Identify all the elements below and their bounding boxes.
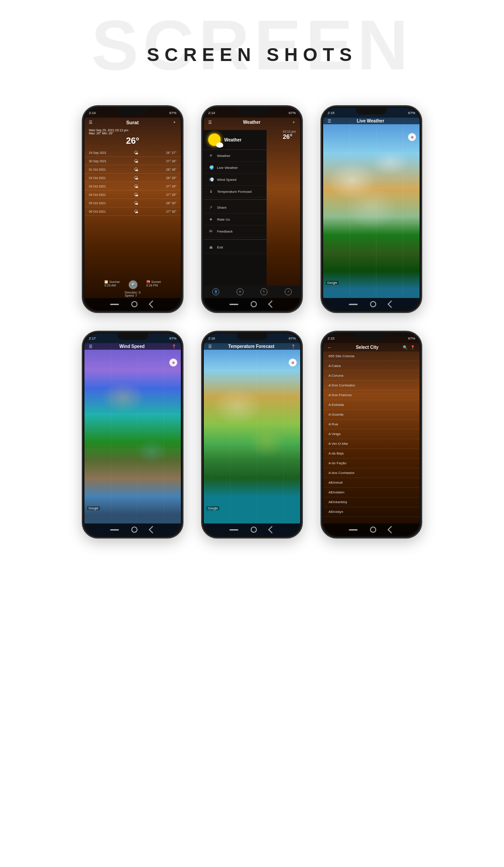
phone-2-nav-bar [204,298,300,310]
forecast-icon-2: 🌤 [133,166,139,172]
phone-5-map: ⊕ Google [204,343,300,523]
phone-1-main-temp: 26° [89,136,176,146]
menu-label-feedback: Feedback [217,229,233,233]
city-item-14[interactable]: AElvdalen [323,488,420,497]
phone-5-screen: 2:16 67% ☰ Temperature Forecast 📍 ⊕ [204,333,300,536]
city-item-13[interactable]: AElmhult [323,478,420,488]
phone-4-compass[interactable]: ⊕ [169,359,177,367]
phone-5-title: Temperature Forecast [228,344,274,349]
forecast-date-7: 06 Oct 2021 [89,210,106,213]
menu-item-rate-us[interactable]: ★ Rate Us [204,214,267,225]
city-item-9[interactable]: A Ver-O-Mar [323,439,420,449]
city-item-7[interactable]: A Rua [323,420,420,429]
menu-label-rate-us: Rate Us [217,218,230,222]
toolbar-icon-3[interactable]: ↻ [260,288,267,295]
phone-4-map-svg [84,343,181,523]
phone-2-time-display: 02:12 pm 26° [283,130,296,140]
phone-3-map-svg [323,118,420,298]
forecast-icon-6: 🌤 [133,200,139,206]
city-item-3[interactable]: A Dos Cunhados [323,381,420,390]
forecast-row-6: 05 Oct 2021 🌤 28° 30° [84,199,181,207]
forecast-temp-1: 27° 28° [166,160,176,163]
nav-back-1 [149,301,157,308]
menu-item-temp-forecast[interactable]: 🌡 Temperature Forecast [204,186,267,198]
phones-row-1: 2:14 67% ☰ Surat ＋ Wed Sep 29, 2021 02:1… [0,88,504,565]
city-item-2[interactable]: A Coruna [323,371,420,381]
phone-4-google-logo: Google [87,506,100,510]
menu-item-exit[interactable]: ⏏ Exit [204,241,267,253]
phone-2-menu-icon[interactable]: ☰ [208,120,212,125]
menu-item-feedback[interactable]: ✉ Feedback [204,225,267,237]
forecast-temp-2: 28° 28° [166,168,176,171]
phone-4-screen: 2:17 67% ☰ Wind Speed 📍 ⊕ Goog [84,333,181,536]
nav-circle-2 [251,301,257,307]
nav-circle-5 [251,527,257,533]
menu-label-share: Share [217,206,226,210]
phone-3-compass[interactable]: ⊕ [408,133,416,141]
phone-2-title: Weather [243,120,260,125]
forecast-temp-4: 27° 29° [166,185,176,188]
forecast-icon-3: 🌤 [133,175,139,181]
phone-2-add-icon[interactable]: ＋ [292,119,296,125]
phone-5-compass[interactable]: ⊕ [289,359,297,367]
forecast-date-3: 02 Oct 2021 [89,176,106,180]
menu-item-wind-speed[interactable]: 💨 Wind Speed [204,174,267,186]
city-item-8[interactable]: A Veiga [323,429,420,439]
phone-1-sun-wind: 🌅 Sunrise 6:29 AM 🌍 🌇 Sunset 6:28 PM Dir… [84,280,181,297]
menu-label-temp-forecast: Temperature Forecast [217,190,252,194]
phone-1-menu-icon[interactable]: ☰ [89,120,92,125]
toolbar-icon-2[interactable]: ⊕ [237,288,244,295]
phone-5-menu-icon[interactable]: ☰ [208,344,212,349]
menu-label-weather: Weather [217,154,230,158]
phone-1-add-icon[interactable]: ＋ [172,119,176,125]
city-item-4[interactable]: A Dos Francos [323,390,420,400]
nav-back-3 [388,301,395,308]
nav-back-4 [149,526,157,534]
phone-2-menu-app-title: Weather [224,137,241,142]
forecast-row-3: 02 Oct 2021 🌤 28° 29° [84,174,181,182]
phone-3-screen: 2:15 67% ☰ Live Weather ⊕ [323,108,420,310]
phone-6-back-icon[interactable]: ← [328,345,332,350]
phone-2-time: 2:14 [208,111,215,115]
phone-1-sunset: 🌇 Sunset 6:28 PM [146,280,161,289]
city-item-10[interactable]: A da Beja [323,449,420,458]
menu-divider-2 [204,239,267,240]
phone-1-header: ☰ Surat ＋ [84,118,181,127]
toolbar-icon-1[interactable]: 👤 [212,288,219,295]
phone-1-sunrise: 🌅 Sunrise 6:29 AM [104,280,120,289]
phone-6-screen: 2:15 67% ← Select City 🔍 📍 665 Site Colo… [323,333,420,536]
phone-6-search-icon[interactable]: 🔍 [403,345,408,350]
city-item-1[interactable]: A Caiza [323,361,420,371]
menu-label-wind-speed: Wind Speed [217,178,237,182]
phone-3-menu-icon[interactable]: ☰ [328,119,331,123]
city-item-12[interactable]: A dos Cunhados [323,468,420,478]
phone-3-time: 2:15 [328,111,335,115]
city-item-5[interactable]: A Estrada [323,400,420,410]
nav-back-5 [268,526,276,534]
phone-1-wind-row: Direction: S Speed: 7 [125,291,141,297]
phone-4-location-icon: 📍 [172,344,176,349]
phone-1-time: 2:14 [89,111,96,115]
phone-3-google-logo: Google [326,281,339,285]
nav-circle-1 [131,301,137,307]
phone-1-direction: Direction: S [125,291,141,294]
phone-4-time: 2:17 [89,336,96,340]
menu-item-live-weather[interactable]: 🌍 Live Weather [204,162,267,174]
menu-divider-1 [204,199,267,200]
city-item-15[interactable]: AElvkarleby [323,497,420,507]
phone-1-city: Surat [126,120,138,125]
phone-4-notch [117,332,148,340]
city-item-6[interactable]: A Guarda [323,410,420,420]
city-item-11[interactable]: A do Fação [323,458,420,468]
phone-6-title: Select City [356,345,378,350]
nav-pill-3 [349,304,358,305]
city-item-0[interactable]: 665 Site Colonia [323,351,420,361]
menu-item-share[interactable]: ↗ Share [204,202,267,214]
phone-4-signal: 67% [169,336,176,340]
phone-4-nav-bar [84,523,181,536]
menu-item-weather[interactable]: ☀ Weather [204,150,267,162]
phone-4-menu-icon[interactable]: ☰ [89,344,92,349]
city-item-16[interactable]: AElvsbyn [323,507,420,517]
phone-6-location-icon[interactable]: 📍 [410,345,415,350]
toolbar-icon-4[interactable]: ↗ [285,288,292,295]
